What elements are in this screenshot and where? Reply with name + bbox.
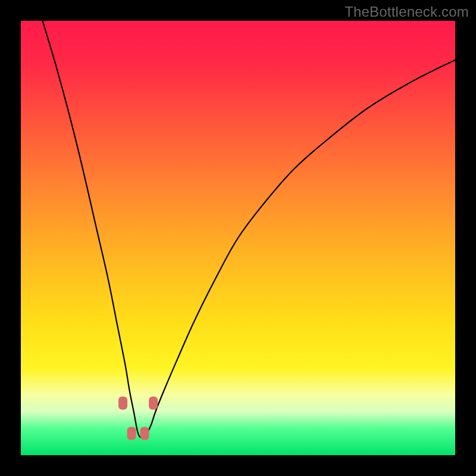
marker-dot — [140, 427, 149, 440]
watermark-text: TheBottleneck.com — [345, 4, 469, 20]
chart-svg — [21, 21, 455, 455]
marker-dot — [118, 396, 127, 409]
chart-frame — [21, 21, 455, 455]
marker-dot — [127, 427, 136, 440]
marker-dot — [149, 396, 158, 409]
